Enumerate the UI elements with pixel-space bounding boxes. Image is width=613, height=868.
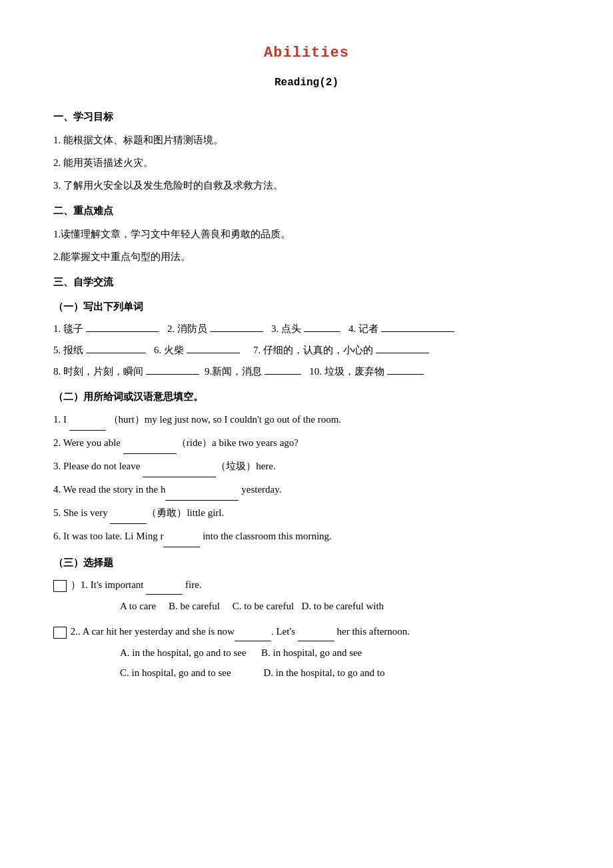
fill-blank-2[interactable]	[123, 443, 177, 455]
fill-item-4: 4. We read the story in the h yesterday.	[53, 479, 560, 501]
vocab-9-num: 9.新闻，消息	[205, 361, 262, 381]
fill-item-3: 3. Please do not leave （垃圾）here.	[53, 455, 560, 477]
page-title: Abilities	[53, 40, 560, 67]
vocab-7-num: 7. 仔细的，认真的，小心的	[253, 340, 373, 360]
choice-1-text: ）1. It's important fire.	[71, 579, 202, 590]
fill-item-1: 1. I （hurt）my leg just now, so I couldn'…	[53, 409, 560, 431]
fill-blank-5[interactable]	[110, 513, 147, 525]
section3-title: 三、自学交流	[53, 273, 560, 291]
subsec1-title: （一）写出下列单词	[53, 298, 560, 316]
vocab-9-blank[interactable]	[265, 364, 301, 375]
section1-item2: 2. 能用英语描述火灾。	[53, 153, 560, 173]
section2-title: 二、重点难点	[53, 202, 560, 220]
choice-item-2: 2.. A car hit her yesterday and she is n…	[53, 621, 560, 641]
vocab-3-blank[interactable]	[304, 321, 340, 333]
choice-2-options-b: C. in hospital, go and to see D. in the …	[53, 663, 560, 683]
vocab-8-num: 8. 时刻，片刻，瞬间	[53, 361, 143, 381]
vocab-10-blank[interactable]	[387, 364, 424, 375]
vocab-4-blank[interactable]	[381, 321, 454, 333]
choice-2-blank1[interactable]	[235, 631, 271, 642]
vocab-4-num: 4. 记者	[348, 319, 378, 339]
choice-2-options-a: A. in the hospital, go and to see B. in …	[53, 643, 560, 663]
vocab-1-blank[interactable]	[86, 321, 159, 333]
vocab-7-blank[interactable]	[376, 343, 429, 354]
vocab-8-blank[interactable]	[146, 364, 199, 375]
choice-1-options: A to care B. be careful C. to be careful…	[53, 596, 560, 616]
fill-blank-3[interactable]	[143, 467, 216, 478]
vocab-5-blank[interactable]	[86, 343, 146, 354]
fill-item-6: 6. It was too late. Li Ming r into the c…	[53, 525, 560, 547]
choice-1-bracket[interactable]	[53, 580, 67, 592]
fill-blank-4[interactable]	[165, 490, 239, 501]
section2-item1: 1.读懂理解文章，学习文中年轻人善良和勇敢的品质。	[53, 224, 560, 244]
section1-title: 一、学习目标	[53, 108, 560, 126]
choice-2-bracket[interactable]	[53, 627, 67, 639]
choice-2-blank2[interactable]	[298, 631, 334, 642]
fill-blank-6[interactable]	[163, 537, 200, 548]
choice-2-text: 2.. A car hit her yesterday and she is n…	[71, 626, 410, 637]
subtitle: Reading(2)	[53, 73, 560, 93]
section2-item2: 2.能掌握文中重点句型的用法。	[53, 247, 560, 267]
section1-item1: 1. 能根据文体、标题和图片猜测语境。	[53, 130, 560, 150]
fill-blank-1[interactable]	[69, 420, 106, 431]
subsec2-title: （二）用所给词或汉语意思填空。	[53, 388, 560, 406]
vocab-6-num: 6. 火柴	[154, 340, 184, 360]
fill-item-5: 5. She is very （勇敢）little girl.	[53, 502, 560, 524]
vocab-2-blank[interactable]	[210, 321, 263, 333]
vocab-row-2: 5. 报纸 6. 火柴 7. 仔细的，认真的，小心的	[53, 340, 560, 360]
section1-item3: 3. 了解用火安全以及发生危险时的自救及求救方法。	[53, 175, 560, 195]
vocab-10-num: 10. 垃圾，废弃物	[309, 361, 384, 381]
subsec3-title: （三）选择题	[53, 554, 560, 572]
vocab-3-num: 3. 点头	[271, 319, 301, 339]
vocab-1-num: 1. 毯子	[53, 319, 83, 339]
vocab-row-3: 8. 时刻，片刻，瞬间 9.新闻，消息 10. 垃圾，废弃物	[53, 361, 560, 381]
fill-item-2: 2. Were you able （ride）a bike two years …	[53, 432, 560, 454]
vocab-row-1: 1. 毯子 2. 消防员 3. 点头 4. 记者	[53, 319, 560, 339]
vocab-6-blank[interactable]	[187, 343, 240, 354]
choice-1-blank[interactable]	[146, 584, 183, 595]
vocab-5-num: 5. 报纸	[53, 340, 83, 360]
vocab-2-num: 2. 消防员	[167, 319, 207, 339]
choice-item-1: ）1. It's important fire.	[53, 575, 560, 595]
